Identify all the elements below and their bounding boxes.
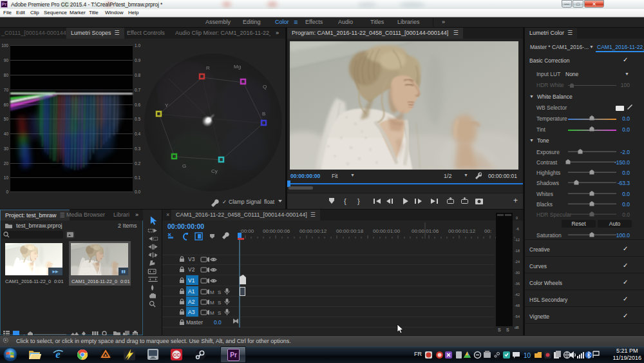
svg-text:V2: V2 [188,266,195,273]
svg-text:M: M [210,310,214,316]
svg-text:00:00:00:06: 00:00:00:06 [263,228,290,234]
svg-text:-6: -6 [516,227,519,231]
svg-text:S: S [218,300,221,306]
svg-text:0.3: 0.3 [135,146,140,151]
svg-text:70: 70 [4,88,9,92]
svg-text:10: 10 [524,352,531,359]
svg-text:CC: CC [173,352,180,358]
svg-text:Mg: Mg [234,64,241,70]
svg-text:0.1: 0.1 [135,175,140,180]
svg-text:20: 20 [4,161,9,166]
svg-text:40: 40 [4,132,9,136]
svg-text:float: float [264,199,275,205]
svg-text:-48: -48 [515,304,520,308]
svg-text:00:: 00: [484,228,491,234]
svg-text:Y: Y [165,103,169,108]
svg-text:80: 80 [4,73,9,77]
svg-text:Master: Master [186,319,203,326]
svg-text:-12: -12 [515,238,520,242]
svg-text:00:00:01:00: 00:00:01:00 [373,228,401,234]
svg-text:0.7: 0.7 [135,88,140,92]
svg-text:-18: -18 [515,249,520,253]
svg-text:1.0: 1.0 [135,43,140,48]
svg-text:-42: -42 [515,293,520,297]
svg-text:0.2: 0.2 [135,161,140,166]
svg-text:-36: -36 [515,282,520,286]
svg-text:}: } [357,197,360,205]
svg-text::00:00: :00:00 [240,228,254,234]
svg-text:Cy: Cy [211,168,218,174]
svg-text:0.0: 0.0 [214,319,222,326]
svg-text:{: { [344,197,346,205]
svg-text:S: S [218,289,221,295]
svg-text:Q: Q [263,84,267,90]
svg-text:B: B [262,111,265,117]
svg-text:0.8: 0.8 [135,73,140,77]
svg-text:00:00:01:12: 00:00:01:12 [448,228,476,234]
svg-text:0.9: 0.9 [135,58,140,63]
svg-text:0.5: 0.5 [135,117,140,121]
svg-text:00:00:00:12: 00:00:00:12 [299,228,327,234]
svg-text:-24: -24 [515,260,520,264]
svg-text:dB: dB [515,326,519,329]
svg-text:30: 30 [4,146,9,151]
svg-text:A1: A1 [188,288,195,295]
svg-text:-30: -30 [515,271,520,275]
svg-text:-54: -54 [515,315,520,319]
svg-text:S: S [218,310,221,316]
svg-text:50: 50 [4,117,9,121]
svg-text:0: 0 [516,216,518,220]
svg-text:0.6: 0.6 [135,103,140,107]
svg-text:A3: A3 [188,309,195,315]
svg-text:100: 100 [1,43,8,48]
svg-text:A2: A2 [188,299,195,305]
svg-text:0.0: 0.0 [135,190,140,194]
svg-text:✓: ✓ [222,199,227,205]
svg-text:M: M [210,300,214,306]
svg-text:Clamp Signal: Clamp Signal [229,199,261,205]
svg-text:V3: V3 [188,256,195,262]
svg-text:R: R [206,65,210,71]
svg-text:00:00:00:18: 00:00:00:18 [336,228,364,234]
svg-text:90: 90 [4,58,9,63]
svg-text:0: 0 [6,190,8,194]
svg-text:10: 10 [4,175,9,180]
svg-text:0.4: 0.4 [135,132,140,136]
svg-text:60: 60 [4,103,9,107]
svg-text:M: M [210,289,214,295]
svg-text:G: G [182,163,186,169]
svg-text:V1: V1 [188,277,195,284]
